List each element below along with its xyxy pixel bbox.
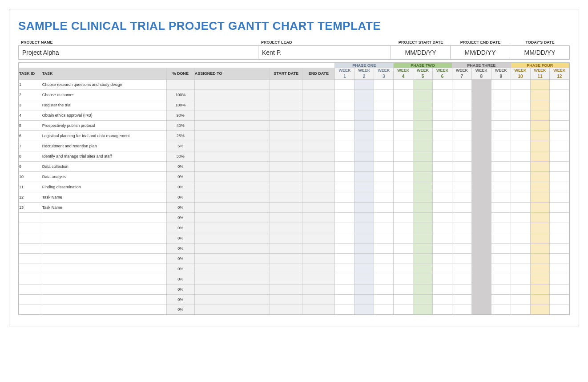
gantt-cell[interactable] — [471, 89, 491, 100]
cell-task-id[interactable]: 7 — [19, 141, 42, 151]
gantt-cell[interactable] — [433, 264, 452, 274]
cell-assigned-to[interactable] — [194, 212, 270, 223]
gantt-cell[interactable] — [354, 141, 374, 151]
cell-assigned-to[interactable] — [194, 182, 270, 192]
cell-end-date[interactable] — [302, 212, 335, 223]
gantt-cell[interactable] — [511, 130, 530, 141]
gantt-cell[interactable] — [530, 253, 550, 264]
gantt-cell[interactable] — [433, 284, 452, 294]
gantt-cell[interactable] — [394, 233, 413, 243]
gantt-cell[interactable] — [413, 161, 433, 171]
gantt-cell[interactable] — [354, 243, 374, 253]
gantt-cell[interactable] — [550, 192, 569, 202]
cell-task-name[interactable]: Obtain ethics approval (IRB) — [42, 110, 166, 120]
cell-assigned-to[interactable] — [194, 192, 270, 202]
cell-assigned-to[interactable] — [194, 79, 270, 89]
gantt-cell[interactable] — [452, 243, 471, 253]
gantt-cell[interactable] — [374, 151, 394, 161]
gantt-cell[interactable] — [433, 151, 452, 161]
gantt-cell[interactable] — [491, 120, 511, 130]
gantt-cell[interactable] — [433, 294, 452, 305]
gantt-cell[interactable] — [511, 264, 530, 274]
gantt-cell[interactable] — [491, 223, 511, 233]
gantt-cell[interactable] — [394, 79, 413, 89]
gantt-cell[interactable] — [511, 100, 530, 110]
cell-end-date[interactable] — [302, 274, 335, 284]
cell-task-name[interactable]: Finding dissemination — [42, 182, 166, 192]
gantt-cell[interactable] — [452, 223, 471, 233]
cell-task-id[interactable]: 13 — [19, 202, 42, 212]
gantt-cell[interactable] — [354, 161, 374, 171]
gantt-cell[interactable] — [335, 89, 354, 100]
gantt-cell[interactable] — [511, 171, 530, 182]
cell-pct-done[interactable]: 0% — [166, 192, 194, 202]
cell-assigned-to[interactable] — [194, 274, 270, 284]
today-date-value[interactable]: MM/DD/YY — [510, 45, 570, 59]
gantt-cell[interactable] — [491, 130, 511, 141]
cell-pct-done[interactable] — [166, 79, 194, 89]
gantt-cell[interactable] — [335, 151, 354, 161]
gantt-cell[interactable] — [433, 141, 452, 151]
gantt-cell[interactable] — [394, 120, 413, 130]
gantt-cell[interactable] — [550, 264, 569, 274]
cell-task-name[interactable] — [42, 223, 166, 233]
gantt-cell[interactable] — [491, 141, 511, 151]
cell-assigned-to[interactable] — [194, 110, 270, 120]
cell-task-name[interactable]: Task Name — [42, 202, 166, 212]
gantt-cell[interactable] — [511, 89, 530, 100]
cell-pct-done[interactable]: 0% — [166, 223, 194, 233]
gantt-cell[interactable] — [530, 89, 550, 100]
cell-start-date[interactable] — [270, 264, 302, 274]
gantt-cell[interactable] — [511, 253, 530, 264]
gantt-cell[interactable] — [530, 141, 550, 151]
gantt-cell[interactable] — [374, 274, 394, 284]
gantt-cell[interactable] — [413, 110, 433, 120]
gantt-cell[interactable] — [413, 223, 433, 233]
gantt-cell[interactable] — [354, 233, 374, 243]
gantt-cell[interactable] — [530, 130, 550, 141]
gantt-cell[interactable] — [413, 274, 433, 284]
cell-start-date[interactable] — [270, 243, 302, 253]
gantt-cell[interactable] — [452, 305, 471, 315]
cell-pct-done[interactable]: 30% — [166, 151, 194, 161]
cell-start-date[interactable] — [270, 130, 302, 141]
gantt-cell[interactable] — [491, 171, 511, 182]
gantt-cell[interactable] — [550, 305, 569, 315]
gantt-cell[interactable] — [394, 130, 413, 141]
cell-task-name[interactable] — [42, 264, 166, 274]
gantt-cell[interactable] — [433, 223, 452, 233]
cell-task-name[interactable]: Recruitment and retention plan — [42, 141, 166, 151]
cell-start-date[interactable] — [270, 79, 302, 89]
gantt-cell[interactable] — [413, 130, 433, 141]
gantt-cell[interactable] — [394, 274, 413, 284]
gantt-cell[interactable] — [433, 212, 452, 223]
cell-pct-done[interactable]: 0% — [166, 212, 194, 223]
cell-assigned-to[interactable] — [194, 223, 270, 233]
cell-pct-done[interactable]: 0% — [166, 294, 194, 305]
cell-end-date[interactable] — [302, 120, 335, 130]
cell-pct-done[interactable]: 5% — [166, 141, 194, 151]
gantt-cell[interactable] — [433, 130, 452, 141]
cell-assigned-to[interactable] — [194, 100, 270, 110]
cell-pct-done[interactable]: 0% — [166, 274, 194, 284]
cell-assigned-to[interactable] — [194, 264, 270, 274]
gantt-cell[interactable] — [394, 253, 413, 264]
gantt-cell[interactable] — [413, 141, 433, 151]
cell-end-date[interactable] — [302, 223, 335, 233]
cell-start-date[interactable] — [270, 233, 302, 243]
gantt-cell[interactable] — [550, 161, 569, 171]
gantt-cell[interactable] — [471, 223, 491, 233]
gantt-cell[interactable] — [530, 192, 550, 202]
gantt-cell[interactable] — [511, 151, 530, 161]
gantt-cell[interactable] — [413, 284, 433, 294]
gantt-cell[interactable] — [452, 212, 471, 223]
gantt-cell[interactable] — [471, 141, 491, 151]
cell-end-date[interactable] — [302, 202, 335, 212]
gantt-cell[interactable] — [550, 223, 569, 233]
gantt-cell[interactable] — [374, 89, 394, 100]
gantt-cell[interactable] — [511, 202, 530, 212]
gantt-cell[interactable] — [374, 182, 394, 192]
gantt-cell[interactable] — [413, 171, 433, 182]
cell-task-id[interactable] — [19, 212, 42, 223]
cell-task-id[interactable]: 8 — [19, 151, 42, 161]
